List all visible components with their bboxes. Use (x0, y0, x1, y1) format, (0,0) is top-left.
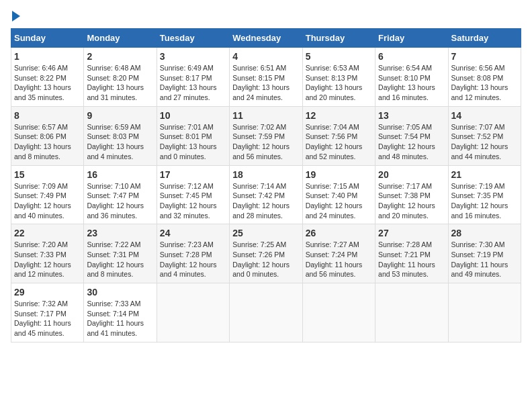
day-number: 23 (87, 228, 153, 238)
daylight-label: Daylight: 11 hours and 45 minutes. (14, 319, 71, 337)
day-info: Sunrise: 7:28 AM Sunset: 7:21 PM Dayligh… (378, 240, 445, 279)
sunset-label: Sunset: 8:15 PM (232, 74, 285, 82)
day-number: 19 (306, 169, 372, 180)
day-number: 17 (160, 169, 226, 180)
daylight-label: Daylight: 12 hours and 16 minutes. (451, 201, 508, 220)
day-info: Sunrise: 6:49 AM Sunset: 8:17 PM Dayligh… (160, 63, 226, 103)
sunrise-label: Sunrise: 6:49 AM (160, 64, 214, 72)
day-number: 18 (232, 169, 299, 180)
day-info: Sunrise: 7:25 AM Sunset: 7:26 PM Dayligh… (232, 240, 299, 279)
daylight-label: Daylight: 13 hours and 8 minutes. (14, 142, 71, 161)
sunset-label: Sunset: 7:26 PM (232, 250, 285, 259)
sunset-label: Sunset: 8:22 PM (14, 74, 66, 82)
daylight-label: Daylight: 12 hours and 8 minutes. (87, 261, 144, 279)
day-number: 22 (14, 228, 81, 238)
day-number: 5 (306, 51, 372, 62)
sunrise-label: Sunrise: 7:14 AM (232, 182, 286, 190)
calendar-cell: 16 Sunrise: 7:10 AM Sunset: 7:47 PM Dayl… (84, 165, 157, 224)
day-number: 4 (232, 51, 299, 62)
calendar-cell: 9 Sunrise: 6:59 AM Sunset: 8:03 PM Dayli… (84, 106, 157, 165)
calendar-body: 1 Sunrise: 6:46 AM Sunset: 8:22 PM Dayli… (11, 48, 521, 342)
day-info: Sunrise: 7:19 AM Sunset: 7:35 PM Dayligh… (451, 181, 518, 221)
calendar-cell: 29 Sunrise: 7:32 AM Sunset: 7:17 PM Dayl… (11, 283, 84, 342)
sunset-label: Sunset: 7:24 PM (306, 250, 358, 259)
calendar-week-5: 29 Sunrise: 7:32 AM Sunset: 7:17 PM Dayl… (11, 283, 521, 342)
daylight-label: Daylight: 13 hours and 20 minutes. (306, 83, 363, 101)
day-number: 8 (14, 110, 81, 121)
sunrise-label: Sunrise: 7:01 AM (160, 123, 214, 131)
calendar-cell: 7 Sunrise: 6:56 AM Sunset: 8:08 PM Dayli… (448, 48, 521, 107)
sunset-label: Sunset: 8:08 PM (451, 74, 504, 82)
day-number: 1 (14, 51, 81, 62)
sunrise-label: Sunrise: 7:23 AM (160, 240, 214, 248)
calendar-cell (302, 283, 375, 342)
calendar-cell (448, 283, 521, 342)
daylight-label: Daylight: 12 hours and 4 minutes. (160, 261, 217, 279)
day-info: Sunrise: 6:59 AM Sunset: 8:03 PM Dayligh… (87, 122, 153, 162)
day-number: 27 (378, 228, 445, 238)
daylight-label: Daylight: 13 hours and 0 minutes. (160, 142, 217, 161)
calendar-cell: 13 Sunrise: 7:05 AM Sunset: 7:54 PM Dayl… (375, 106, 448, 165)
day-info: Sunrise: 6:57 AM Sunset: 8:06 PM Dayligh… (14, 122, 81, 162)
sunrise-label: Sunrise: 7:30 AM (451, 240, 505, 248)
sunrise-label: Sunrise: 7:27 AM (306, 240, 359, 248)
calendar-cell: 18 Sunrise: 7:14 AM Sunset: 7:42 PM Dayl… (230, 165, 302, 224)
calendar-cell: 4 Sunrise: 6:51 AM Sunset: 8:15 PM Dayli… (230, 48, 302, 107)
day-info: Sunrise: 7:12 AM Sunset: 7:45 PM Dayligh… (160, 181, 226, 221)
day-info: Sunrise: 7:07 AM Sunset: 7:52 PM Dayligh… (451, 122, 518, 162)
weekday-header-sunday: Sunday (11, 29, 84, 48)
weekday-header-tuesday: Tuesday (157, 29, 229, 48)
sunset-label: Sunset: 7:28 PM (160, 250, 212, 259)
calendar-cell: 6 Sunrise: 6:54 AM Sunset: 8:10 PM Dayli… (375, 48, 448, 107)
sunrise-label: Sunrise: 7:32 AM (14, 300, 68, 308)
day-info: Sunrise: 6:51 AM Sunset: 8:15 PM Dayligh… (232, 63, 299, 103)
daylight-label: Daylight: 11 hours and 49 minutes. (451, 261, 508, 279)
day-info: Sunrise: 7:30 AM Sunset: 7:19 PM Dayligh… (451, 240, 518, 279)
day-info: Sunrise: 6:53 AM Sunset: 8:13 PM Dayligh… (306, 63, 372, 103)
day-info: Sunrise: 7:04 AM Sunset: 7:56 PM Dayligh… (306, 122, 372, 162)
daylight-label: Daylight: 12 hours and 0 minutes. (232, 261, 290, 279)
sunset-label: Sunset: 7:35 PM (451, 191, 504, 199)
sunrise-label: Sunrise: 6:54 AM (378, 64, 432, 72)
sunset-label: Sunset: 8:10 PM (378, 74, 431, 82)
day-info: Sunrise: 7:15 AM Sunset: 7:40 PM Dayligh… (306, 181, 372, 221)
daylight-label: Daylight: 12 hours and 24 minutes. (306, 201, 363, 220)
calendar-cell: 28 Sunrise: 7:30 AM Sunset: 7:19 PM Dayl… (448, 224, 521, 283)
daylight-label: Daylight: 12 hours and 48 minutes. (378, 142, 435, 161)
day-info: Sunrise: 6:46 AM Sunset: 8:22 PM Dayligh… (14, 63, 81, 103)
weekday-header-friday: Friday (375, 29, 448, 48)
day-number: 21 (451, 169, 518, 180)
calendar-cell: 27 Sunrise: 7:28 AM Sunset: 7:21 PM Dayl… (375, 224, 448, 283)
sunset-label: Sunset: 8:06 PM (14, 132, 66, 140)
sunrise-label: Sunrise: 7:22 AM (87, 240, 140, 248)
sunset-label: Sunset: 8:13 PM (306, 74, 358, 82)
day-number: 16 (87, 169, 153, 180)
calendar-cell: 10 Sunrise: 7:01 AM Sunset: 8:01 PM Dayl… (157, 106, 229, 165)
calendar-cell (230, 283, 302, 342)
daylight-label: Daylight: 11 hours and 56 minutes. (306, 261, 363, 279)
logo-arrow-icon (12, 11, 20, 21)
day-info: Sunrise: 7:10 AM Sunset: 7:47 PM Dayligh… (87, 181, 153, 221)
calendar-cell: 2 Sunrise: 6:48 AM Sunset: 8:20 PM Dayli… (84, 48, 157, 107)
day-info: Sunrise: 7:01 AM Sunset: 8:01 PM Dayligh… (160, 122, 226, 162)
sunset-label: Sunset: 7:42 PM (232, 191, 285, 199)
sunset-label: Sunset: 7:49 PM (14, 191, 66, 199)
daylight-label: Daylight: 12 hours and 44 minutes. (451, 142, 508, 161)
sunrise-label: Sunrise: 6:53 AM (306, 64, 359, 72)
daylight-label: Daylight: 11 hours and 53 minutes. (378, 261, 435, 279)
calendar-cell: 1 Sunrise: 6:46 AM Sunset: 8:22 PM Dayli… (11, 48, 84, 107)
sunrise-label: Sunrise: 7:04 AM (306, 123, 359, 131)
daylight-label: Daylight: 12 hours and 52 minutes. (306, 142, 363, 161)
logo (11, 11, 20, 21)
calendar-week-4: 22 Sunrise: 7:20 AM Sunset: 7:33 PM Dayl… (11, 224, 521, 283)
daylight-label: Daylight: 11 hours and 41 minutes. (87, 319, 144, 337)
sunrise-label: Sunrise: 7:12 AM (160, 182, 214, 190)
calendar-week-3: 15 Sunrise: 7:09 AM Sunset: 7:49 PM Dayl… (11, 165, 521, 224)
day-number: 29 (14, 287, 81, 298)
day-number: 2 (87, 51, 153, 62)
calendar-cell (157, 283, 229, 342)
day-info: Sunrise: 7:14 AM Sunset: 7:42 PM Dayligh… (232, 181, 299, 221)
daylight-label: Daylight: 13 hours and 31 minutes. (87, 83, 144, 101)
sunset-label: Sunset: 8:03 PM (87, 132, 139, 140)
daylight-label: Daylight: 12 hours and 12 minutes. (14, 261, 71, 279)
